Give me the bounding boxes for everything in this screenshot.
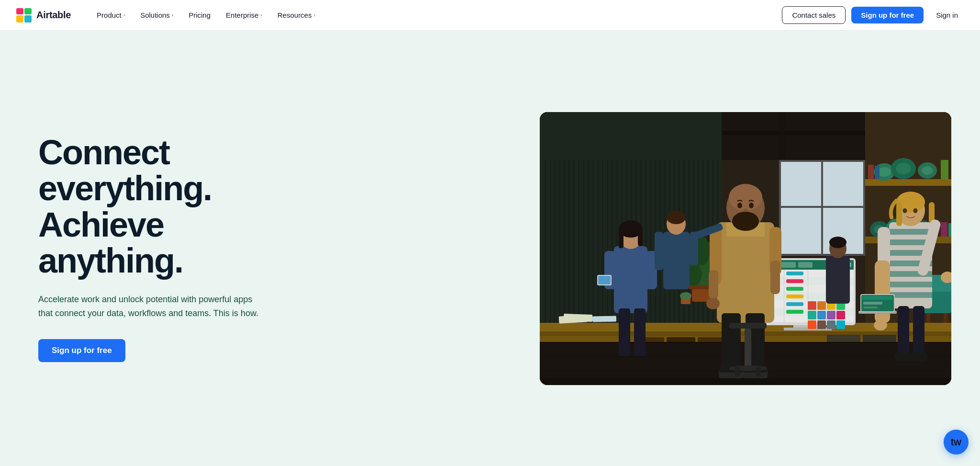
svg-rect-0 [16,15,23,23]
nav-resources[interactable]: Resources › [271,7,322,23]
brand-name: Airtable [36,10,71,21]
chevron-down-icon: › [313,12,315,18]
chat-widget[interactable]: tw [944,430,969,455]
nav-actions: Contact sales Sign up for free Sign in [782,6,965,24]
nav-pricing[interactable]: Pricing [182,7,217,23]
chevron-down-icon: › [260,12,262,18]
office-scene [540,112,951,385]
navbar: Airtable Product › Solutions › Pricing E… [0,0,980,31]
svg-rect-1 [24,15,32,23]
chevron-down-icon: › [123,12,125,18]
logo-link[interactable]: Airtable [15,7,71,24]
hero-image-container [306,110,951,387]
nav-enterprise[interactable]: Enterprise › [219,7,269,23]
nav-signup-button[interactable]: Sign up for free [851,7,924,23]
nav-solutions[interactable]: Solutions › [134,7,180,23]
hero-heading: Connect everything. Achieve anything. [38,135,287,279]
hero-image [540,112,951,385]
svg-rect-2 [16,8,23,14]
contact-sales-button[interactable]: Contact sales [782,6,846,24]
chat-widget-label: tw [951,436,961,448]
nav-product[interactable]: Product › [90,7,132,23]
airtable-logo-icon [15,7,33,24]
chevron-down-icon: › [172,12,173,18]
svg-rect-233 [540,112,951,385]
svg-rect-3 [24,8,32,14]
nav-links: Product › Solutions › Pricing Enterprise… [90,7,782,23]
hero-section: Connect everything. Achieve anything. Ac… [0,31,980,466]
signin-button[interactable]: Sign in [929,7,965,23]
hero-subtext: Accelerate work and unlock potential wit… [38,293,268,320]
hero-signup-button[interactable]: Sign up for free [38,339,125,362]
hero-text-block: Connect everything. Achieve anything. Ac… [38,135,306,363]
